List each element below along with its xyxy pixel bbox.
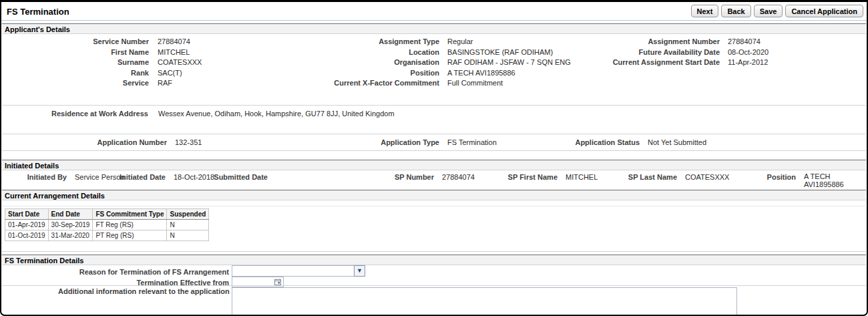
toolbar: Next Back Save Cancel Application — [691, 5, 863, 17]
back-button[interactable]: Back — [721, 5, 750, 17]
application-summary-row: Application Number132-351 Application Ty… — [2, 134, 866, 151]
arrangement-table: Start Date End Date FS Commitment Type S… — [5, 208, 209, 241]
sp-number-label: SP Number — [300, 172, 434, 182]
current-arrangement-header: Current Arrangement Details — [2, 190, 866, 200]
applicant-col3: Assignment Number27884074 Future Availab… — [570, 37, 769, 68]
fs-termination-details-header: FS Termination Details — [2, 255, 866, 265]
field-label: Organisation — [289, 57, 439, 68]
field-value: BASINGSTOKE (RAF ODIHAM) — [447, 47, 553, 58]
additional-info-row: Additional information relevant to the a… — [58, 287, 225, 296]
field-value: COATESXXX — [158, 57, 202, 68]
current-arrangement-title: Current Arrangement Details — [5, 192, 105, 200]
cancel-application-button[interactable]: Cancel Application — [785, 5, 863, 17]
initiated-details-title: Initiated Details — [5, 162, 59, 170]
table-cell: 01-Apr-2019 — [5, 220, 49, 230]
save-button[interactable]: Save — [754, 5, 783, 17]
field-value: Regular — [447, 37, 473, 47]
field-label: Rank — [2, 68, 149, 79]
table-row: 01-Apr-2019 30-Sep-2019 FT Reg (RS) N — [5, 220, 209, 230]
field-label: Assignment Number — [570, 37, 720, 47]
field-label: Location — [289, 47, 439, 58]
field-value: A TECH AVI1895886 — [447, 68, 515, 79]
column-header: Suspended — [167, 209, 209, 220]
field-value: MITCHEL — [158, 47, 190, 58]
chevron-down-icon[interactable]: ▼ — [354, 265, 365, 277]
initiated-details-header: Initiated Details — [2, 160, 866, 170]
column-header: End Date — [48, 209, 93, 220]
application-number-label: Application Number — [2, 138, 167, 147]
initiated-details-section: Initiated ByService Person Initiated Dat… — [2, 171, 866, 190]
reason-select-value[interactable] — [232, 265, 354, 277]
field-label: First Name — [2, 47, 149, 58]
application-type-label: Application Type — [306, 138, 439, 147]
inner-separator — [3, 206, 865, 206]
arrangement-table-header-row: Start Date End Date FS Commitment Type S… — [5, 209, 209, 220]
field-value: 11-Apr-2012 — [728, 57, 768, 68]
applicant-details-header: Applicant's Details — [2, 23, 866, 34]
field-label: Current Assignment Start Date — [570, 57, 720, 68]
field-label: Service — [2, 78, 149, 89]
column-header: FS Commitment Type — [93, 209, 167, 220]
applicant-col2: Assignment TypeRegular LocationBASINGSTO… — [289, 37, 571, 89]
field-value: SAC(T) — [158, 68, 182, 79]
submitted-date-label: Submitted Date — [134, 172, 268, 182]
fs-termination-page: FS Termination Next Back Save Cancel App… — [0, 0, 868, 316]
initiated-position-label: Position — [662, 172, 796, 182]
page-title: FS Termination — [7, 7, 69, 17]
table-cell: 31-Mar-2020 — [48, 230, 93, 241]
calendar-icon[interactable] — [274, 279, 282, 287]
title-separator — [1, 20, 867, 21]
table-cell: N — [167, 220, 209, 230]
residence-label: Residence at Work Address — [51, 110, 148, 118]
residence-value: Wessex Avenue, Odiham, Hook, Hampshire, … — [158, 110, 395, 118]
additional-info-textarea[interactable] — [232, 287, 737, 315]
field-label: Future Availability Date — [570, 47, 720, 58]
field-value: 27884074 — [158, 37, 190, 47]
applicant-details-title: Applicant's Details — [5, 25, 70, 33]
current-arrangement-section: Start Date End Date FS Commitment Type S… — [2, 201, 866, 252]
field-value: RAF ODIHAM - JSFAW - 7 SQN ENG — [447, 57, 571, 68]
field-value: 08-Oct-2020 — [728, 47, 769, 58]
application-status-value: Not Yet Submitted — [648, 138, 706, 146]
applicant-col1: Service Number27884074 First NameMITCHEL… — [2, 37, 202, 89]
field-value: Full Commitment — [447, 78, 503, 89]
reason-row: Reason for Termination of FS Arrangement — [79, 267, 229, 277]
fs-termination-details-title: FS Termination Details — [5, 257, 83, 265]
sp-last-name-label: SP Last Name — [544, 172, 677, 182]
field-label: Position — [289, 68, 439, 79]
field-value: 27884074 — [728, 37, 761, 47]
application-status-label: Application Status — [506, 138, 640, 147]
field-label: Service Number — [2, 37, 149, 47]
table-cell: N — [167, 230, 209, 241]
table-cell: 01-Oct-2019 — [5, 230, 49, 241]
application-type-value: FS Termination — [447, 138, 497, 146]
application-number-value: 132-351 — [175, 138, 202, 146]
additional-info-label: Additional information relevant to the a… — [58, 287, 225, 296]
table-cell: PT Reg (RS) — [93, 230, 167, 241]
table-cell: 30-Sep-2019 — [48, 220, 93, 230]
column-header: Start Date — [5, 209, 49, 220]
field-label: Current X-Factor Commitment — [289, 78, 439, 89]
reason-select[interactable]: ▼ — [232, 265, 365, 277]
table-row: 01-Oct-2019 31-Mar-2020 PT Reg (RS) N — [5, 230, 209, 241]
next-button[interactable]: Next — [691, 5, 719, 17]
bottom-separator — [2, 285, 866, 286]
residence-row: Residence at Work Address Wessex Avenue,… — [51, 110, 395, 118]
field-label: Assignment Type — [289, 37, 439, 47]
field-label: Surname — [2, 57, 149, 68]
applicant-details-section: Service Number27884074 First NameMITCHEL… — [2, 35, 866, 106]
reason-label: Reason for Termination of FS Arrangement — [79, 267, 229, 277]
field-value: RAF — [158, 78, 172, 89]
table-cell: FT Reg (RS) — [93, 220, 167, 230]
initiated-position-value: A TECH AVI1895886 — [804, 172, 867, 188]
sp-first-name-label: SP First Name — [424, 172, 558, 182]
